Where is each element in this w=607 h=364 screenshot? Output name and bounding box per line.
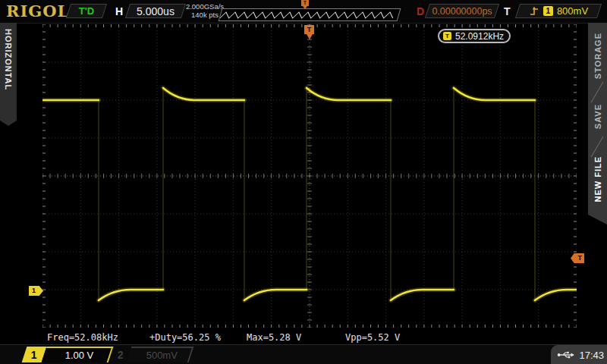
trigger-label: T [504,5,511,17]
menu-item-save[interactable]: SAVE [588,89,607,144]
trigger-source-badge: 1 [543,6,553,16]
trigger-level-value: 800mV [557,5,588,17]
rising-edge-icon [529,5,539,17]
delay-label: D [417,5,424,17]
horizontal-label: H [115,5,123,17]
trigger-status-label: T'D [68,4,105,18]
measurement-duty: +Duty=56.25 % [149,332,221,343]
tab-horizontal-label: HORIZONTAL [4,29,13,90]
memory-waveform-preview [219,9,398,20]
delay-value: 0.00000000ps [427,4,497,18]
clock: 17:43 [579,350,604,361]
trigger-position-marker[interactable]: T [304,25,314,34]
sample-rate: 2.000GSa/s [185,2,225,11]
channel2-number: 2 [118,349,124,361]
channel1-scale: 1.00 V [64,350,93,361]
softkey-menu: STORAGE SAVE NEW FILE [588,23,607,224]
trigger-status-badge: T'D [68,4,105,18]
channel1-number: 1 [31,349,37,361]
channel-status-bar: 1 1.00 V 2 500mV 17: [0,344,607,364]
usb-icon [557,350,575,359]
memory-trigger-marker: T [301,0,309,6]
channel1-ground-marker[interactable]: 1 [29,286,43,296]
timebase-badge[interactable]: 5.000us [127,4,184,18]
menu-item-new-file[interactable]: NEW FILE [588,144,607,214]
trigger-settings-badge[interactable]: 1 800mV [517,4,599,18]
counter-trigger-icon: T [443,32,451,40]
system-status-block: 17:43 [551,345,607,364]
memory-position-bar [219,8,401,21]
delay-badge[interactable]: 0.00000000ps [427,4,497,18]
rigol-logo: RIGOL [6,2,69,20]
measurement-max: Max=5.28 V [247,332,301,343]
measurement-freq: Freq=52.08kHz [47,332,118,343]
menu-item-storage[interactable]: STORAGE [588,23,607,89]
counter-value: 52.0912kHz [455,31,504,42]
channel2-badge[interactable]: 2 500mV [110,347,194,362]
measurement-vpp: Vpp=5.52 V [345,332,400,343]
tab-horizontal[interactable]: HORIZONTAL [0,23,17,126]
top-status-bar: RIGOL T'D H 5.000us 2.000GSa/s 140k pts … [0,0,607,24]
frequency-counter: T 52.0912kHz [438,29,511,43]
channel2-scale: 500mV [146,350,178,361]
channel1-badge[interactable]: 1 1.00 V [22,347,114,362]
oscilloscope-screen: RIGOL T'D H 5.000us 2.000GSa/s 140k pts … [0,0,607,364]
waveform-display [42,24,577,328]
timebase-value: 5.000us [127,4,184,18]
